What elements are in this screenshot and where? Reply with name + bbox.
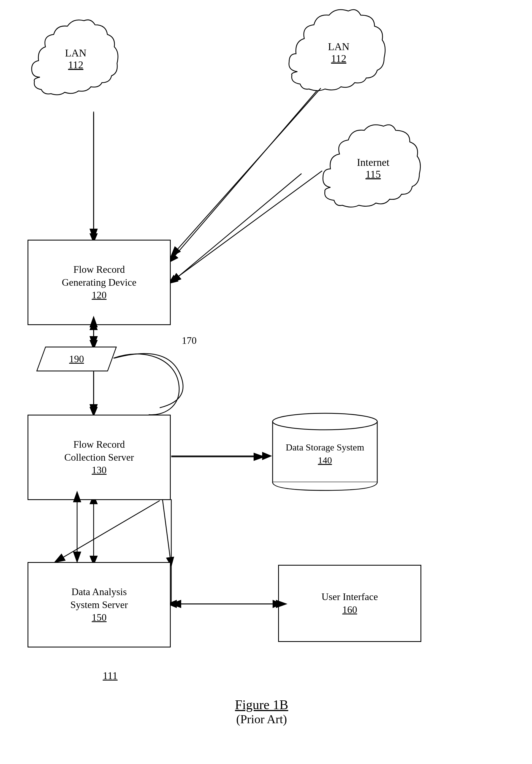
svg-point-28 xyxy=(273,413,377,430)
svg-line-20 xyxy=(163,499,171,562)
lan1-cloud: LAN 112 xyxy=(17,8,135,113)
flow-generating-box: Flow Record Generating Device 120 xyxy=(28,240,171,325)
main-arrows-svg xyxy=(0,0,532,764)
user-interface-label: User Interface 160 xyxy=(322,590,378,616)
flow-collection-box: Flow Record Collection Server 130 xyxy=(28,415,171,500)
arrows-svg xyxy=(0,0,532,764)
flow-generating-label: Flow Record Generating Device 120 xyxy=(62,263,137,302)
figure-subtitle: (Prior Art) xyxy=(165,712,358,726)
lan2-cloud: LAN 112 xyxy=(270,6,408,105)
svg-text:115: 115 xyxy=(365,168,381,180)
figure-label: Figure 1B (Prior Art) xyxy=(165,697,358,726)
data-storage-cylinder: Data Storage System 140 xyxy=(264,411,397,501)
flow-collection-label: Flow Record Collection Server 130 xyxy=(65,438,134,477)
svg-text:Data Storage System: Data Storage System xyxy=(286,442,364,453)
data-analysis-label: Data Analysis System Server 150 xyxy=(70,585,128,624)
svg-text:LAN: LAN xyxy=(328,41,349,52)
figure-title: Figure 1B xyxy=(165,697,358,712)
label-170: 170 xyxy=(182,335,197,346)
internet-cloud: Internet 115 xyxy=(300,118,446,220)
diagram-container: LAN 112 LAN 112 Internet 115 Flow Record… xyxy=(0,0,532,764)
svg-text:LAN: LAN xyxy=(65,47,86,59)
svg-line-35 xyxy=(171,174,302,283)
svg-text:140: 140 xyxy=(318,455,332,465)
svg-text:112: 112 xyxy=(68,59,83,71)
parallelogram-190: 190 xyxy=(36,347,117,371)
svg-line-34 xyxy=(171,88,321,256)
svg-line-7 xyxy=(172,91,317,259)
svg-line-8 xyxy=(172,171,322,281)
svg-text:Internet: Internet xyxy=(357,156,390,168)
extra-arrows xyxy=(0,0,532,764)
svg-line-40 xyxy=(55,500,160,562)
user-interface-box: User Interface 160 xyxy=(278,565,421,642)
svg-text:112: 112 xyxy=(331,53,346,64)
diagram-number: 111 xyxy=(82,669,138,681)
svg-line-17 xyxy=(41,499,154,561)
data-analysis-box: Data Analysis System Server 150 xyxy=(28,562,171,648)
